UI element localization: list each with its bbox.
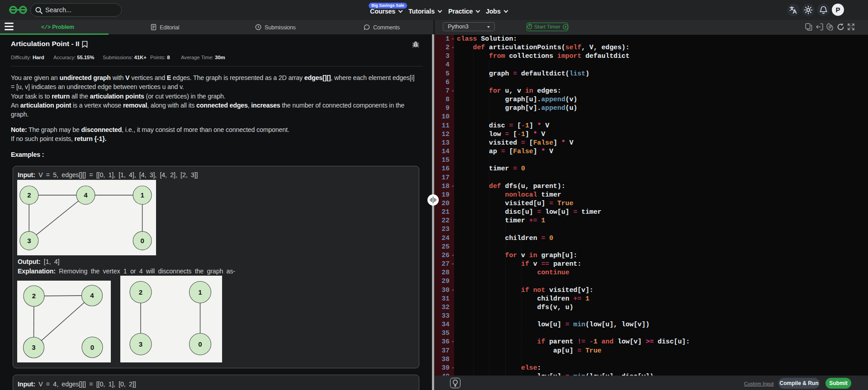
svg-text:4: 4: [84, 191, 88, 199]
svg-text:2: 2: [27, 191, 31, 199]
svg-text:0: 0: [90, 343, 94, 351]
svg-text:3: 3: [139, 340, 142, 348]
svg-text:3: 3: [27, 237, 31, 244]
svg-text:1: 1: [198, 288, 202, 296]
svg-text:1: 1: [140, 191, 144, 199]
svg-text:4: 4: [90, 291, 94, 299]
svg-text:0: 0: [140, 237, 144, 244]
svg-text:2: 2: [139, 288, 142, 296]
svg-text:2: 2: [32, 292, 36, 300]
svg-text:0: 0: [198, 340, 202, 348]
svg-text:3: 3: [32, 343, 35, 351]
